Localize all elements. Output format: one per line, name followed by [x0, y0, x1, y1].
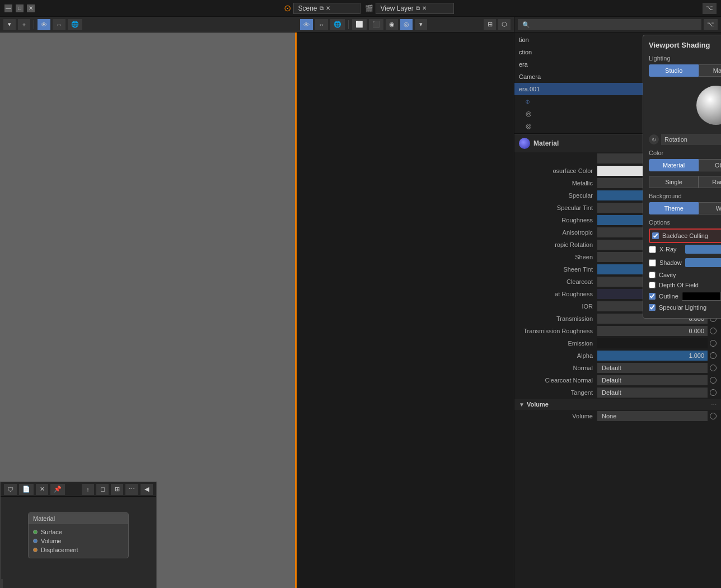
random-color-btn[interactable]: Random [699, 176, 721, 188]
world-btn[interactable]: World [699, 202, 721, 214]
theme-btn[interactable]: Theme [649, 202, 699, 214]
subsurface-color-label: osurface Color [519, 167, 597, 174]
close-button[interactable]: ✕ [27, 4, 35, 12]
viewport-menu-btn[interactable]: ▾ [3, 19, 16, 30]
minimize-button[interactable]: — [4, 4, 12, 12]
node-up-btn[interactable]: ↑ [82, 484, 94, 495]
node-shield-btn[interactable]: 🛡 [4, 484, 17, 495]
emission-label: Emission [519, 340, 597, 347]
normal-label: Normal [519, 365, 597, 371]
socket-surface: Surface [33, 528, 124, 536]
maximize-button[interactable]: □ [16, 4, 24, 12]
alpha-input[interactable] [597, 351, 708, 361]
normal-input[interactable] [597, 363, 708, 373]
transmission-roughness-dot[interactable] [710, 328, 717, 334]
render-icon: 🎬 [365, 4, 373, 12]
node-close-btn[interactable]: ✕ [36, 484, 48, 495]
normal-dot[interactable] [710, 365, 717, 371]
shading-settings-btn[interactable]: ▾ [415, 19, 427, 30]
node-select-btn[interactable]: ◻ [96, 484, 109, 495]
emission-input[interactable] [597, 338, 708, 348]
node-grid-btn[interactable]: ⊞ [111, 484, 123, 495]
filter-btn[interactable]: ⌥ [704, 19, 718, 30]
view-layer-label: View Layer [381, 4, 414, 12]
displacement-socket-dot[interactable] [33, 548, 38, 552]
scene-label: Scene [298, 4, 317, 12]
node-pin-btn[interactable]: 📌 [50, 484, 65, 495]
object-color-btn[interactable]: Object [699, 159, 721, 171]
matcap-btn[interactable]: MatCap [699, 64, 721, 77]
bottom-left-inputs [0, 578, 5, 588]
circle2-icon: ◎ [526, 122, 531, 130]
overlay-btn[interactable]: ⊞ [484, 19, 496, 30]
viewport-snap-btn[interactable]: 🌐 [68, 19, 82, 30]
scene-selector[interactable]: Scene ⧉ ✕ [293, 3, 360, 14]
prop-row-transmission-roughness: Transmission Roughness [514, 325, 721, 337]
backface-culling-row: Backface Culling [649, 228, 721, 243]
sheen-label: Sheen [519, 254, 597, 260]
prop-row-volume: Volume [514, 410, 721, 422]
clearcoat-normal-input[interactable] [597, 375, 708, 385]
viewport-add-btn[interactable]: + [18, 19, 30, 30]
rotation-input[interactable] [661, 134, 721, 145]
node-title: Material [33, 515, 55, 522]
outline-label: Outline [659, 293, 678, 300]
single-color-btn[interactable]: Single [649, 176, 699, 188]
depth-of-field-checkbox[interactable] [649, 282, 656, 288]
surface-socket-dot[interactable] [33, 530, 38, 534]
wire-btn[interactable]: ⬜ [352, 19, 367, 30]
shadow-slider[interactable]: 0.500 [685, 258, 721, 267]
title-bar-right: ⌥ [703, 3, 717, 14]
transmission-roughness-input[interactable] [597, 326, 708, 336]
node-card-header: Material [29, 513, 128, 524]
specular-tint-label: Specular Tint [519, 204, 597, 211]
volume-dot[interactable] [710, 413, 717, 419]
color-label: Color [649, 150, 721, 156]
search-input[interactable] [518, 19, 701, 30]
bottom-input-1[interactable] [0, 579, 3, 588]
xray-slider[interactable]: 0.500 [685, 245, 721, 254]
node-doc-btn[interactable]: 📄 [19, 484, 34, 495]
render-btn[interactable]: ◎ [400, 19, 413, 30]
tangent-input[interactable] [597, 388, 708, 398]
rotation-icon: ↻ [649, 134, 659, 144]
view-layer-selector[interactable]: View Layer ⧉ ✕ [376, 3, 454, 14]
backface-culling-checkbox[interactable] [652, 232, 659, 239]
xray-btn[interactable]: ⬡ [498, 19, 511, 30]
metallic-label: Metallic [519, 180, 597, 186]
shadow-checkbox[interactable] [649, 259, 656, 267]
specular-lighting-checkbox[interactable] [649, 304, 656, 311]
volume-label: Volume [519, 413, 597, 419]
filter-icon-btn[interactable]: ⌥ [703, 3, 717, 14]
view-layer-close-icon[interactable]: ✕ [422, 5, 427, 11]
viewport-mode-btn[interactable]: 👁 [38, 19, 50, 30]
clearcoat-normal-dot[interactable] [710, 377, 717, 384]
globe-btn[interactable]: 🌐 [330, 19, 345, 30]
color-btn-group-1: Material Object Vertex [649, 159, 721, 171]
middle-area: 👁 ↔ 🌐 ⬜ ⬛ ◉ ◎ ▾ ⊞ ⬡ Viewport Shading Lig… [297, 17, 514, 588]
studio-btn[interactable]: Studio [649, 64, 699, 77]
volume-section-header[interactable]: ▼ Volume ⋯ [514, 399, 721, 410]
cavity-checkbox[interactable] [649, 272, 656, 278]
title-bar-center: ⊙ Scene ⧉ ✕ 🎬 View Layer ⧉ ✕ [35, 3, 703, 14]
outline-color-swatch[interactable] [682, 292, 721, 301]
emission-dot[interactable] [710, 340, 717, 347]
xray-checkbox[interactable] [649, 246, 656, 253]
outline-checkbox[interactable] [649, 293, 656, 300]
shading-popup: Viewport Shading Lighting Studio MatCap … [643, 35, 721, 319]
tangent-dot[interactable] [710, 389, 717, 396]
material-btn[interactable]: ◉ [386, 19, 398, 30]
volume-input[interactable] [597, 411, 708, 421]
material-sphere-icon [519, 138, 530, 149]
volume-socket-dot[interactable] [33, 539, 38, 543]
solid-btn[interactable]: ⬛ [369, 19, 383, 30]
material-node-card: Material Surface Volume [28, 512, 129, 558]
viewport-transform-btn[interactable]: ↔ [53, 19, 65, 30]
node-collapse-btn[interactable]: ◀ [141, 484, 153, 495]
snap-btn[interactable]: ↔ [315, 19, 328, 30]
alpha-dot[interactable] [710, 352, 717, 359]
material-color-btn[interactable]: Material [649, 159, 699, 171]
node-dot-btn[interactable]: ⋯ [125, 484, 138, 495]
view-btn[interactable]: 👁 [300, 19, 313, 30]
scene-close-icon[interactable]: ✕ [326, 5, 330, 11]
